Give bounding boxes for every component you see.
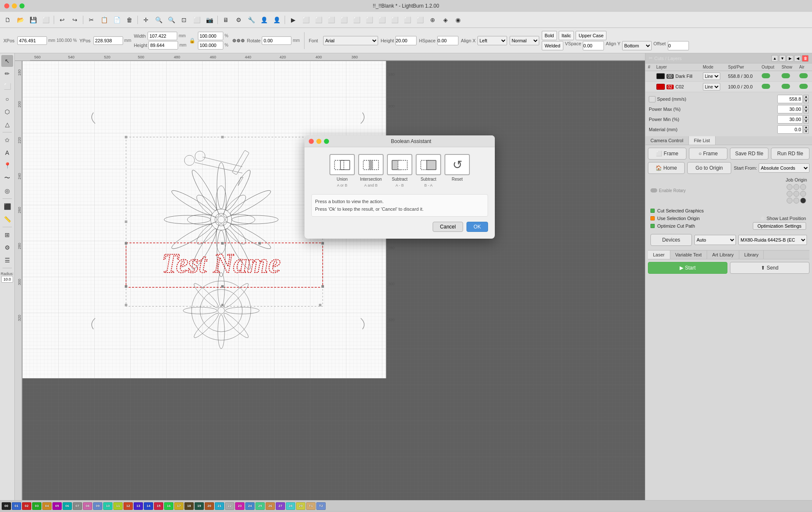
star-tool[interactable]: ✩ — [1, 134, 13, 146]
welded-button[interactable]: Welded — [542, 41, 563, 50]
color-swatch-26[interactable]: 26 — [266, 502, 275, 510]
layers-up-btn[interactable]: ▲ — [771, 55, 778, 62]
layer-0-name[interactable]: 00 Dark Fill — [654, 71, 700, 82]
normal-select[interactable]: Normal — [510, 36, 539, 45]
cut-selected-cb[interactable]: Cut Selected Graphics — [648, 207, 706, 215]
start-btn[interactable]: ▶ Start — [648, 262, 727, 274]
color-swatch-20[interactable]: 20 — [205, 502, 214, 510]
undo-button[interactable]: ↩ — [56, 14, 68, 25]
auto-select[interactable]: Auto — [694, 235, 736, 245]
poly-tool[interactable]: ⬡ — [1, 106, 13, 118]
layer-0-show[interactable] — [779, 71, 797, 82]
material-up-btn[interactable]: ▲ — [804, 125, 809, 129]
tab-camera-control[interactable]: Camera Control — [645, 136, 689, 145]
rect-tool[interactable]: ⬜ — [1, 80, 13, 92]
color-swatch-04[interactable]: 04 — [42, 502, 52, 510]
triangle-tool[interactable]: △ — [1, 118, 13, 130]
offset-input[interactable] — [668, 41, 689, 50]
width-input[interactable] — [148, 32, 177, 40]
subtract-ba-icon[interactable] — [416, 154, 441, 175]
layer-1-air[interactable] — [797, 82, 812, 92]
text-tool[interactable]: A — [1, 147, 13, 159]
layer-0-mode-select[interactable]: Line — [703, 72, 720, 80]
material-down-btn[interactable]: ▼ — [804, 129, 809, 134]
layers-tool[interactable]: ☰ — [1, 254, 13, 266]
power-min-input[interactable] — [777, 115, 803, 124]
layer-idx1[interactable]: 1 — [649, 96, 656, 102]
origin-0[interactable] — [787, 184, 793, 190]
origin-7[interactable] — [793, 198, 799, 204]
power-max-down-btn[interactable]: ▼ — [804, 109, 809, 113]
color-swatch-11[interactable]: 11 — [113, 502, 123, 510]
layers-delete-btn[interactable]: 🗑 — [802, 55, 809, 62]
layer-0-color[interactable] — [656, 73, 665, 79]
devices-btn[interactable]: Devices — [650, 234, 692, 246]
italic-button[interactable]: Italic — [559, 31, 574, 40]
dialog-max-btn[interactable] — [324, 139, 329, 144]
color-swatch-25[interactable]: 25 — [255, 502, 265, 510]
color-swatch-29[interactable]: 29 — [296, 502, 305, 510]
canvas-area[interactable]: 560 540 520 500 480 460 440 420 400 380 … — [15, 53, 645, 500]
settings-tool[interactable]: ⚙ — [1, 242, 13, 253]
layer-1-mode-select[interactable]: Line — [703, 83, 720, 91]
union-op[interactable]: Union A or B — [329, 154, 355, 187]
color-swatch-23[interactable]: 23 — [235, 502, 244, 510]
color-swatch-15[interactable]: 15 — [154, 502, 163, 510]
node-tool[interactable]: ◎ — [1, 185, 13, 197]
alignx-select[interactable]: Left — [477, 36, 507, 45]
dialog-ok-btn[interactable]: OK — [466, 222, 488, 232]
machine-select[interactable]: MX80-Ruida 6442S-B (EC — [738, 235, 807, 245]
color-swatch-T1[interactable]: T1 — [306, 502, 315, 510]
layer-0-air-toggle[interactable] — [799, 73, 808, 78]
power-min-up-btn[interactable]: ▲ — [804, 115, 809, 119]
subtract-ab-icon[interactable] — [387, 154, 412, 175]
home-btn[interactable]: 🏠 Home — [648, 162, 685, 174]
zoom-fit-button[interactable]: ⊡ — [178, 14, 190, 25]
speed-input[interactable] — [777, 95, 803, 103]
material-input[interactable] — [777, 125, 803, 134]
zoom-in-button[interactable]: 🔍 — [153, 14, 165, 25]
canvas-main[interactable]: 180 200 220 240 260 280 300 320 — [22, 61, 645, 500]
cursor-tool[interactable]: ↖ — [1, 55, 13, 67]
color-swatch-18[interactable]: 18 — [184, 502, 194, 510]
layer-0-mode[interactable]: Line — [700, 71, 726, 82]
maximize-button[interactable] — [19, 3, 25, 8]
color-swatch-07[interactable]: 07 — [73, 502, 82, 510]
subtract-ba-op[interactable]: Subtract B - A — [416, 154, 441, 187]
vspace-input[interactable] — [583, 41, 604, 50]
tab-library[interactable]: Library — [739, 250, 764, 259]
color-swatch-05[interactable]: 05 — [52, 502, 62, 510]
layers-left-btn[interactable]: ◀ — [794, 55, 801, 62]
color-swatch-02[interactable]: 02 — [22, 502, 31, 510]
color-swatch-14[interactable]: 14 — [144, 502, 153, 510]
color-swatch-24[interactable]: 24 — [245, 502, 255, 510]
speed-down-btn[interactable]: ▼ — [804, 99, 809, 103]
color-swatch-09[interactable]: 09 — [93, 502, 102, 510]
color-swatch-10[interactable]: 10 — [103, 502, 112, 510]
align4-button[interactable]: ⬜ — [376, 14, 388, 25]
cut-button[interactable]: ✂ — [85, 14, 97, 25]
pct2-input[interactable] — [198, 41, 223, 50]
align1-button[interactable]: ⬜ — [338, 14, 350, 25]
color-swatch-21[interactable]: 21 — [215, 502, 224, 510]
color-swatch-00[interactable]: 00 — [2, 502, 11, 510]
layer-1-show-toggle[interactable] — [782, 84, 790, 89]
paste-button[interactable]: 📄 — [111, 14, 123, 25]
font-select[interactable]: Arial — [323, 36, 378, 45]
copy-button[interactable]: 📋 — [98, 14, 110, 25]
tab-art-lib[interactable]: Art Library — [707, 250, 739, 259]
save-button[interactable]: 💾 — [27, 14, 39, 25]
op1-button[interactable]: ⬜ — [300, 14, 312, 25]
camera-button[interactable]: 📷 — [203, 14, 215, 25]
bold-button[interactable]: Bold — [542, 31, 557, 40]
layer-row-1[interactable]: 02 C02 Line 100.0 / 20.0 — [645, 82, 812, 92]
layer-0-air[interactable] — [797, 71, 812, 82]
redo-button[interactable]: ↪ — [69, 14, 81, 25]
run-rd-btn[interactable]: Run RD file — [771, 148, 809, 160]
color-swatch-16[interactable]: 16 — [164, 502, 173, 510]
go-to-origin-btn[interactable]: Go to Origin — [687, 162, 731, 174]
union-icon[interactable] — [329, 154, 355, 175]
color-swatch-03[interactable]: 03 — [32, 502, 41, 510]
new-button[interactable]: 🗋 — [2, 14, 14, 25]
pencil-tool[interactable]: ✏ — [1, 68, 13, 80]
